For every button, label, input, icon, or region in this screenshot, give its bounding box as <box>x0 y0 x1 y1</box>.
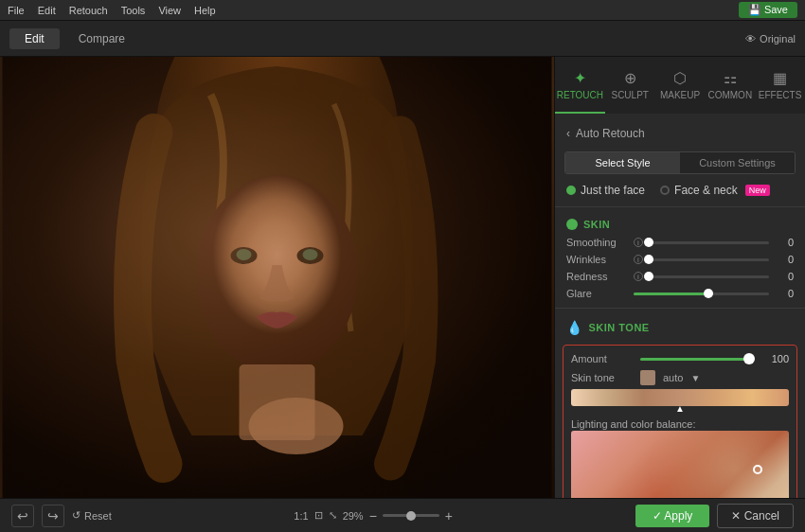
menubar: File Edit Retouch Tools View Help 💾 Save <box>0 0 805 21</box>
fit-icon[interactable]: ⊡ <box>314 509 323 522</box>
back-navigation[interactable]: ‹ Auto Retouch <box>555 121 805 146</box>
menu-file[interactable]: File <box>8 5 25 16</box>
original-label: Original <box>760 33 796 44</box>
radio-label-face: Just the face <box>581 184 645 197</box>
zoom-in-button[interactable]: + <box>445 508 453 523</box>
save-button[interactable]: 💾 Save <box>739 2 797 18</box>
lighting-label: Lighting and color balance: <box>571 418 695 430</box>
glare-thumb[interactable] <box>704 289 713 298</box>
reset-label: Reset <box>84 510 112 522</box>
original-toggle[interactable]: 👁 Original <box>745 33 796 44</box>
fullscreen-icon[interactable]: ⤡ <box>329 509 337 522</box>
canvas-area[interactable] <box>0 57 554 498</box>
zoom-thumb <box>406 511 416 521</box>
smoothing-track[interactable] <box>649 241 769 244</box>
main-layout: ✦ RETOUCH ⊕ SCULPT ⬡ MAKEUP ⚏ COMMON ▦ E… <box>0 57 805 498</box>
zoom-percent: 29% <box>343 510 364 522</box>
wrinkles-value: 0 <box>775 254 794 265</box>
color-picker[interactable] <box>571 431 789 498</box>
tab-retouch[interactable]: ✦ RETOUCH <box>555 57 605 114</box>
redness-track[interactable] <box>649 275 769 278</box>
radio-label-neck: Face & neck <box>674 184 738 197</box>
photo-canvas <box>0 57 554 498</box>
radio-dot-face <box>566 186 576 195</box>
redness-value: 0 <box>775 271 794 282</box>
sub-tabs: Select Style Custom Settings <box>564 151 796 174</box>
smoothing-value: 0 <box>775 237 794 248</box>
panel-tabs: ✦ RETOUCH ⊕ SCULPT ⬡ MAKEUP ⚏ COMMON ▦ E… <box>555 57 805 114</box>
amount-value: 100 <box>760 353 789 364</box>
redness-slider-row: Redness i 0 <box>555 268 805 285</box>
redness-thumb[interactable] <box>644 272 653 281</box>
zoom-out-button[interactable]: − <box>369 508 377 523</box>
tab-compare[interactable]: Compare <box>63 28 140 49</box>
tab-edit[interactable]: Edit <box>9 28 60 49</box>
tab-common-label: COMMON <box>707 90 752 100</box>
bottom-bar: ↩ ↪ ↺ Reset 1:1 ⊡ ⤡ 29% − + ✓ Apply ✕ Ca… <box>0 498 805 532</box>
amount-fill <box>640 358 747 361</box>
cancel-button[interactable]: ✕ Cancel <box>717 504 794 528</box>
apply-button[interactable]: ✓ Apply <box>635 505 710 527</box>
undo-button[interactable]: ↩ <box>11 505 34 527</box>
redness-info-icon[interactable]: i <box>634 272 643 281</box>
amount-label: Amount <box>571 353 633 364</box>
smoothing-info-icon[interactable]: i <box>634 238 643 247</box>
common-icon: ⚏ <box>724 69 737 87</box>
redo-button[interactable]: ↪ <box>42 505 64 527</box>
amount-row: Amount 100 <box>571 353 789 364</box>
right-panel: ✦ RETOUCH ⊕ SCULPT ⬡ MAKEUP ⚏ COMMON ▦ E… <box>554 57 805 498</box>
tab-effects[interactable]: ▦ EFFECTS <box>755 57 805 114</box>
glare-slider-row: Glare 0 <box>555 285 805 302</box>
amount-track[interactable] <box>640 358 753 361</box>
amount-thumb[interactable] <box>743 353 755 364</box>
color-gradient-bar[interactable]: ▲ <box>571 389 789 406</box>
wrinkles-track[interactable] <box>649 258 769 261</box>
menu-edit[interactable]: Edit <box>38 5 56 16</box>
menu-view[interactable]: View <box>158 5 181 16</box>
sub-tab-custom-settings[interactable]: Custom Settings <box>680 152 795 173</box>
wrinkles-thumb[interactable] <box>644 255 653 264</box>
divider-2 <box>555 308 805 309</box>
radio-dot-neck <box>660 186 670 195</box>
lighting-row: Lighting and color balance: <box>571 417 789 431</box>
makeup-icon: ⬡ <box>673 69 687 87</box>
wrinkles-slider-row: Wrinkles i 0 <box>555 251 805 268</box>
sculpt-icon: ⊕ <box>624 69 636 87</box>
tab-makeup-label: MAKEUP <box>660 90 700 100</box>
zoom-slider[interactable] <box>383 514 439 517</box>
tone-color-swatch[interactable] <box>640 370 655 385</box>
new-badge: New <box>745 185 770 196</box>
panel-content: ‹ Auto Retouch Select Style Custom Setti… <box>555 114 805 498</box>
glare-track[interactable] <box>634 293 769 295</box>
reset-icon: ↺ <box>72 509 80 522</box>
radio-face-neck[interactable]: Face & neck New <box>660 184 770 197</box>
smoothing-thumb[interactable] <box>644 238 653 247</box>
wrinkles-info-icon[interactable]: i <box>634 255 643 264</box>
back-chevron-icon: ‹ <box>566 127 570 140</box>
tab-common[interactable]: ⚏ COMMON <box>705 57 755 114</box>
menu-tools[interactable]: Tools <box>121 5 146 16</box>
radio-just-face[interactable]: Just the face <box>566 184 645 197</box>
skin-tone-section-icon: 💧 <box>566 320 583 335</box>
divider-1 <box>555 206 805 207</box>
sub-tab-select-style[interactable]: Select Style <box>565 152 680 173</box>
menu-help[interactable]: Help <box>194 5 216 16</box>
dropdown-arrow-icon[interactable]: ▼ <box>690 373 700 383</box>
glare-label: Glare <box>566 288 628 299</box>
tab-makeup[interactable]: ⬡ MAKEUP <box>655 57 706 114</box>
skin-tone-section-title: SKIN TONE <box>589 322 650 333</box>
tab-sculpt[interactable]: ⊕ SCULPT <box>605 57 655 114</box>
skin-section-header: SKIN <box>555 213 805 234</box>
skin-tone-panel: Amount 100 Skin tone auto ▼ ▲ <box>563 345 797 498</box>
skin-tone-row: Skin tone auto ▼ <box>571 370 789 385</box>
menu-retouch[interactable]: Retouch <box>69 5 108 16</box>
skin-tone-label: Skin tone <box>571 372 633 383</box>
retouch-icon: ✦ <box>574 69 586 87</box>
reset-button[interactable]: ↺ Reset <box>72 509 112 522</box>
face-overlay <box>0 57 554 498</box>
smoothing-label: Smoothing <box>566 237 628 248</box>
tab-retouch-label: RETOUCH <box>557 90 603 100</box>
skin-section-title: SKIN <box>583 219 610 230</box>
redness-label: Redness <box>566 271 628 282</box>
eye-icon: 👁 <box>745 33 756 44</box>
